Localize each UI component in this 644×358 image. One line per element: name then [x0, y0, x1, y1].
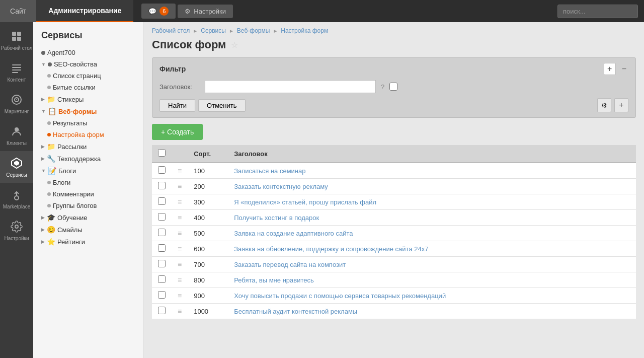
filter-zagolovok-input[interactable] — [205, 80, 376, 93]
breadcrumb-desktop[interactable]: Рабочий стол — [152, 27, 190, 34]
filter-header: Фильтр + − — [159, 63, 628, 75]
tree-item-pages[interactable]: Список страниц — [33, 70, 143, 82]
marketing-icon — [10, 93, 24, 107]
row-checkbox-9[interactable] — [158, 307, 166, 314]
row-checkbox-5[interactable] — [158, 244, 166, 252]
row-link-0[interactable]: Записаться на семинар — [234, 167, 305, 175]
drag-handle-7[interactable]: ≡ — [178, 276, 182, 284]
cell-title-1[interactable]: Заказать контекстную рекламу — [228, 179, 636, 194]
sidebar-item-dashboard[interactable]: Рабочий стол — [0, 24, 33, 56]
tree-item-blog-groups[interactable]: Группы блогов — [33, 200, 143, 211]
settings-button[interactable]: ⚙ Настройки — [178, 5, 233, 18]
sidebar-item-content[interactable]: Контент — [0, 56, 33, 88]
sidebar-label-services: Сервисы — [6, 172, 27, 178]
cell-title-4[interactable]: Заявка на создание адаптивного сайта — [228, 226, 636, 241]
tree-item-blogs-root[interactable]: ▼ 📝 Блоги — [33, 165, 143, 177]
expand-icon-learning: ▶ — [41, 215, 45, 220]
sidebar-item-clients[interactable]: 24 Клиенты — [0, 119, 33, 151]
cell-title-5[interactable]: Заявка на обновление, поддержку и сопров… — [228, 241, 636, 257]
row-link-1[interactable]: Заказать контекстную рекламу — [234, 183, 328, 190]
bullet-icon — [47, 74, 51, 78]
cell-title-9[interactable]: Бесплатный аудит контекстной рекламы — [228, 304, 636, 319]
sidebar-item-settings[interactable]: Настройки — [0, 214, 33, 246]
content-area: Рабочий стол ► Сервисы ► Веб-формы ► Нас… — [144, 22, 644, 358]
tree-item-agent700[interactable]: Agent700 — [33, 47, 143, 58]
row-checkbox-6[interactable] — [158, 260, 166, 267]
create-button[interactable]: + Создать — [152, 124, 203, 140]
sidebar-item-marketing[interactable]: Маркетинг — [0, 88, 33, 119]
cancel-button[interactable]: Отменить — [198, 99, 245, 112]
folder-icon-blogs-root: 📝 — [48, 167, 56, 175]
th-sort[interactable]: Сорт. — [188, 145, 228, 163]
cell-title-0[interactable]: Записаться на семинар — [228, 163, 636, 179]
folder-icon-ratings: ⭐ — [47, 238, 55, 246]
drag-handle-4[interactable]: ≡ — [178, 229, 182, 237]
row-checkbox-7[interactable] — [158, 275, 166, 283]
tree-item-results[interactable]: Результаты — [33, 117, 143, 129]
site-tab[interactable]: Сайт — [0, 0, 36, 22]
tree-item-blogs[interactable]: Блоги — [33, 177, 143, 188]
filter-checkbox[interactable] — [389, 83, 397, 91]
admin-tab[interactable]: Администрирование — [36, 0, 133, 22]
tree-item-comments[interactable]: Комментарии — [33, 188, 143, 200]
tree-item-broken-links[interactable]: Битые ссылки — [33, 82, 143, 93]
row-checkbox-3[interactable] — [158, 213, 166, 221]
drag-handle-8[interactable]: ≡ — [178, 292, 182, 300]
breadcrumb-webforms[interactable]: Веб-формы — [237, 27, 270, 34]
th-title[interactable]: Заголовок — [228, 145, 636, 163]
select-all-checkbox[interactable] — [158, 149, 166, 157]
row-link-3[interactable]: Получить хостинг в подарок — [234, 214, 319, 222]
favorite-icon[interactable]: ☆ — [231, 40, 238, 50]
tree-item-techsupport[interactable]: ▶ 🔧 Техподдержка — [33, 153, 143, 165]
breadcrumb-form-settings[interactable]: Настройка форм — [281, 27, 328, 34]
cell-title-7[interactable]: Ребята, вы мне нравитесь — [228, 272, 636, 288]
row-checkbox-8[interactable] — [158, 291, 166, 299]
drag-handle-9[interactable]: ≡ — [178, 307, 182, 315]
row-link-8[interactable]: Хочу повысить продажи с помощью сервиса … — [234, 292, 446, 300]
tree-item-seo[interactable]: ▼ SEO-свойства — [33, 58, 143, 70]
filter-add-button[interactable]: + — [604, 63, 616, 75]
tree-item-mailings[interactable]: ▶ 📁 Рассылки — [33, 140, 143, 153]
tree-item-smiles[interactable]: ▶ 😊 Смайлы — [33, 224, 143, 236]
th-drag — [172, 145, 188, 163]
tree-item-learning[interactable]: ▶ 🎓 Обучение — [33, 211, 143, 224]
drag-handle-3[interactable]: ≡ — [178, 213, 182, 222]
breadcrumb-services[interactable]: Сервисы — [201, 27, 226, 34]
row-link-5[interactable]: Заявка на обновление, поддержку и сопров… — [234, 245, 428, 253]
th-checkbox — [152, 145, 172, 163]
row-checkbox-0[interactable] — [158, 166, 166, 174]
filter-help-icon[interactable]: ? — [381, 83, 384, 91]
filter-minimize-button[interactable]: − — [620, 64, 628, 74]
cell-title-6[interactable]: Заказать перевод сайта на композит — [228, 257, 636, 272]
search-container — [557, 5, 638, 18]
row-link-9[interactable]: Бесплатный аудит контекстной рекламы — [234, 308, 357, 315]
drag-handle-5[interactable]: ≡ — [178, 245, 182, 253]
notifications-button[interactable]: 💬 6 — [141, 4, 176, 19]
drag-handle-1[interactable]: ≡ — [178, 182, 182, 190]
sidebar-item-services[interactable]: Сервисы — [0, 151, 33, 183]
search-input[interactable] — [557, 5, 638, 18]
cell-title-3[interactable]: Получить хостинг в подарок — [228, 210, 636, 226]
tree-label-comments: Комментарии — [53, 190, 94, 198]
tree-item-webforms[interactable]: ▼ 📋 Веб-формы — [33, 105, 143, 117]
sidebar-item-marketplace[interactable]: Marketplace — [0, 183, 33, 214]
table-add-button[interactable]: + — [614, 98, 628, 112]
find-button[interactable]: Найти — [159, 99, 195, 112]
cell-title-8[interactable]: Хочу повысить продажи с помощью сервиса … — [228, 288, 636, 304]
row-link-7[interactable]: Ребята, вы мне нравитесь — [234, 276, 314, 284]
row-link-6[interactable]: Заказать перевод сайта на композит — [234, 261, 346, 268]
row-checkbox-2[interactable] — [158, 197, 166, 205]
row-checkbox-1[interactable] — [158, 182, 166, 189]
cell-title-2[interactable]: Я «поделился» статьей, прошу прислать фа… — [228, 194, 636, 210]
notifications-badge: 6 — [159, 7, 169, 16]
tree-item-stickers[interactable]: ▶ 📁 Стикеры — [33, 93, 143, 105]
row-checkbox-4[interactable] — [158, 229, 166, 236]
row-link-4[interactable]: Заявка на создание адаптивного сайта — [234, 230, 353, 237]
drag-handle-6[interactable]: ≡ — [178, 260, 182, 268]
row-link-2[interactable]: Я «поделился» статьей, прошу прислать фа… — [234, 198, 376, 206]
tree-item-form-settings[interactable]: Настройка форм — [33, 129, 143, 140]
tree-item-ratings[interactable]: ▶ ⭐ Рейтинги — [33, 236, 143, 248]
table-settings-button[interactable]: ⚙ — [597, 98, 611, 112]
drag-handle-2[interactable]: ≡ — [178, 198, 182, 206]
drag-handle-0[interactable]: ≡ — [178, 167, 182, 175]
